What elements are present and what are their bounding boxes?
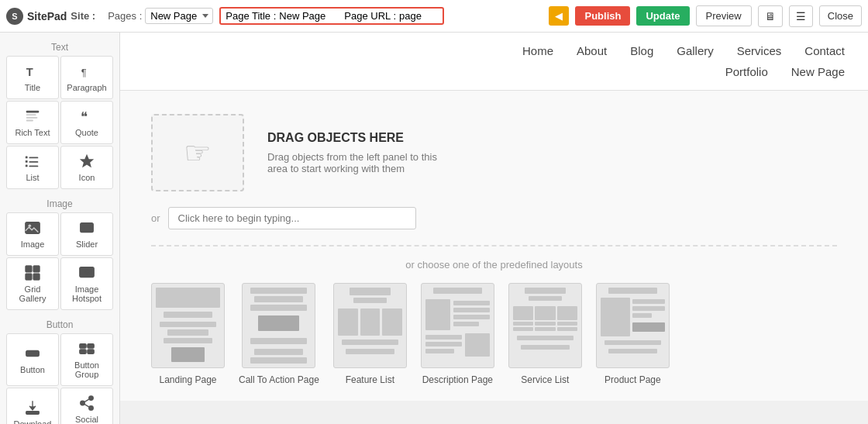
panel-item-rich-text[interactable]: Rich Text [6,101,59,144]
svg-point-30 [89,396,94,400]
svg-rect-27 [80,350,86,354]
close-button[interactable]: Close [819,5,862,26]
svg-rect-25 [80,344,86,349]
nav-gallery[interactable]: Gallery [677,44,714,57]
pages-select[interactable]: New Page [145,8,213,24]
desktop-view-button[interactable]: 🖥 [758,5,783,27]
panel-item-button-group[interactable]: Button Group [60,333,113,386]
button-panel-grid: Button Button Group Download Button [0,333,119,424]
panel-item-grid-gallery-label: Grid Gallery [10,284,55,303]
drop-description: Drag objects from the left panel to this… [267,151,438,174]
app-name: SitePad [27,10,67,22]
svg-text:T: T [26,66,33,78]
drop-zone-area: ☞ DRAG OBJECTS HERE Drag objects from th… [120,91,868,401]
layout-thumb-service [508,283,582,368]
svg-rect-24 [26,350,40,356]
svg-text:❝: ❝ [81,109,88,123]
nav-services[interactable]: Services [737,44,782,57]
panel-item-image-label: Image [21,240,45,249]
panel-item-title-label: Title [25,83,40,92]
nav-new-page[interactable]: New Page [791,65,845,78]
page-title-input[interactable] [279,10,341,22]
nav-blog[interactable]: Blog [630,44,653,57]
panel-item-quote-label: Quote [75,128,98,137]
drop-title: DRAG OBJECTS HERE [267,131,438,145]
layout-thumb-desc [421,283,494,368]
canvas-area: Home About Blog Gallery Services Contact… [120,33,868,424]
svg-rect-8 [29,157,38,159]
panel-item-quote[interactable]: ❝ Quote [60,101,113,144]
layout-product-page[interactable]: Product Page [596,283,670,385]
nav-contact[interactable]: Contact [804,44,845,57]
svg-rect-12 [29,166,38,167]
main-layout: Text T Title ¶ Paragraph Rich Text ❝ [0,33,868,424]
panel-section-button: Button [0,316,119,333]
svg-line-34 [84,399,89,402]
layout-label-service: Service List [521,374,569,385]
nav-row1: Home About Blog Gallery Services Contact [143,44,845,65]
or-type-row: or [151,207,837,229]
site-nav: Home About Blog Gallery Services Contact… [120,33,868,91]
panel-item-image-hotspot[interactable]: Image Hotspot [60,257,113,310]
layout-description-page[interactable]: Description Page [421,283,494,385]
svg-rect-11 [26,165,28,167]
panel-item-list[interactable]: List [6,146,59,189]
update-button[interactable]: Update [636,6,689,26]
layout-label-landing: Landing Page [159,374,216,385]
layout-landing-page[interactable]: Landing Page [151,283,225,385]
drop-text: DRAG OBJECTS HERE Drag objects from the … [267,131,438,174]
drop-box[interactable]: ☞ [151,114,244,191]
preview-button[interactable]: Preview [696,5,752,26]
left-panel: Text T Title ¶ Paragraph Rich Text ❝ [0,33,120,424]
back-button[interactable]: ◀ [549,6,569,26]
site-label: Site : [71,10,95,22]
svg-rect-17 [26,266,32,272]
svg-rect-9 [26,160,28,163]
svg-rect-7 [26,157,28,159]
pages-label: Pages : [108,10,142,22]
svg-point-32 [89,406,94,411]
nav-portfolio[interactable]: Portfolio [725,65,768,78]
panel-item-button[interactable]: Button [6,333,59,386]
svg-text:¶: ¶ [81,67,87,78]
text-panel-grid: T Title ¶ Paragraph Rich Text ❝ Quote [0,56,119,195]
layout-feature-list[interactable]: Feature List [333,283,407,385]
publish-button[interactable]: Publish [575,6,630,26]
logo-icon: S [6,8,23,25]
panel-item-paragraph[interactable]: ¶ Paragraph [60,56,113,99]
panel-item-icon[interactable]: Icon [60,146,113,189]
panel-item-title[interactable]: T Title [6,56,59,99]
page-url-input[interactable] [399,10,438,22]
svg-line-33 [84,404,89,407]
layout-thumb-landing [151,283,225,368]
panel-item-image[interactable]: Image [6,212,59,256]
layouts-title: or choose one of the predefined layouts [151,259,837,271]
panel-item-rich-text-label: Rich Text [15,128,50,137]
drop-zone-inner: ☞ DRAG OBJECTS HERE Drag objects from th… [151,114,837,191]
page-url-label: Page URL : [344,10,396,22]
panel-item-social-share[interactable]: Social Share Buttons [60,388,113,424]
layout-service-list[interactable]: Service List [508,283,582,385]
layout-label-feature: Feature List [346,374,394,385]
layout-label-desc: Description Page [422,374,493,385]
panel-item-download-button[interactable]: Download Button [6,388,59,424]
panel-item-icon-label: Icon [79,173,95,182]
svg-point-23 [86,271,88,273]
panel-item-download-button-label: Download Button [10,419,55,424]
svg-marker-13 [80,154,94,167]
layout-cta-page[interactable]: Call To Action Page [239,283,319,385]
nav-home[interactable]: Home [522,44,553,57]
page-title-area: Page Title : Page URL : [219,7,444,25]
panel-item-slider-label: Slider [76,240,98,249]
layouts-section: or choose one of the predefined layouts [151,245,837,385]
panel-item-slider[interactable]: Slider [60,212,113,256]
type-input[interactable] [168,207,416,229]
panel-item-grid-gallery[interactable]: Grid Gallery [6,257,59,310]
nav-about[interactable]: About [577,44,607,57]
menu-button[interactable]: ☰ [789,5,813,27]
layout-label-product: Product Page [604,374,661,385]
svg-rect-18 [33,266,40,272]
layout-thumb-cta [242,283,315,368]
svg-point-31 [81,401,85,405]
panel-item-button-label: Button [20,365,45,374]
